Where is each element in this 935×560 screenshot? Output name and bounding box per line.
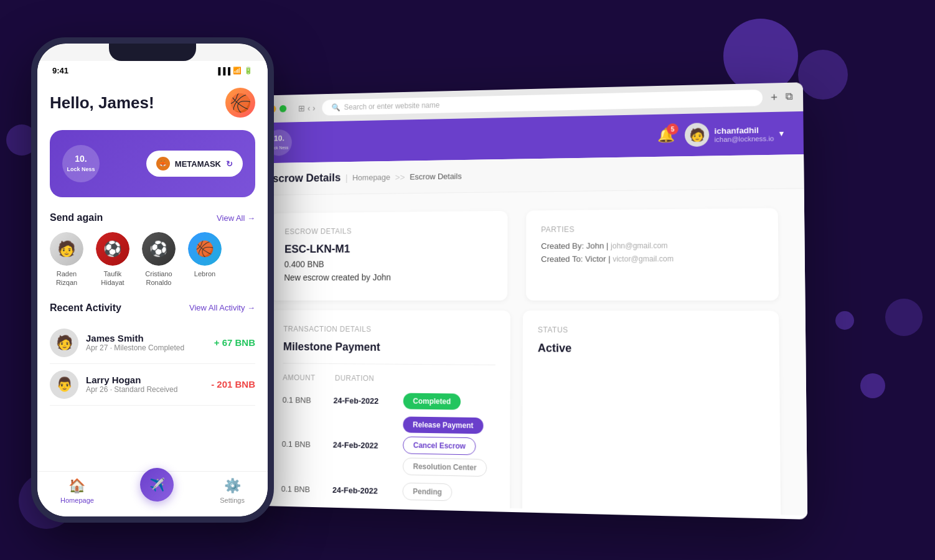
back-icon[interactable]: ‹ [308,103,311,113]
status-icons: ▐▐▐ 📶 🔋 [216,67,253,75]
address-bar[interactable]: 🔍 Search or enter website name [322,90,763,116]
chevron-down-icon: ▾ [779,128,784,138]
notification-badge: 5 [667,123,679,134]
user-avatar-phone[interactable]: 🏀 [225,88,255,118]
nav-settings-label: Settings [220,497,245,504]
contact-name-raden: RadenRizqan [56,269,77,287]
breadcrumb-sep-1: | [345,173,348,183]
settings-icon: ⚙️ [224,478,241,494]
contact-avatar-raden: 🧑 [50,232,83,266]
created-by: Created By: John | john@gmail.com [541,240,763,251]
status-section: Status Active [522,310,781,516]
activity-name-james: James Smith [86,333,207,343]
windows-icon[interactable]: ⧉ [786,90,793,104]
cancel-escrow-button[interactable]: Cancel Escrow [403,436,476,455]
tx-row-1: 0.1 BNB 24-Feb-2022 Completed [283,391,496,410]
activity-item-larry[interactable]: 👨 Larry Hogan Apr 26 · Standard Received… [50,364,255,406]
address-text: Search or enter website name [344,101,440,111]
forward-icon[interactable]: › [312,103,316,113]
contact-avatar-lebron: 🏀 [188,232,222,266]
activity-title: Recent Activity [50,302,121,314]
contact-taufik[interactable]: ⚽ TaufikHidayat [96,232,129,287]
send-again-view-all[interactable]: View All → [217,213,255,223]
nav-homepage[interactable]: 🏠 Homepage [60,478,94,504]
activity-avatar-larry: 👨 [50,370,78,399]
phone-notch [109,44,196,61]
divider [283,363,496,365]
greeting-text: Hello, James! [50,93,154,113]
sidebar-toggle-icon[interactable]: ⊞ [298,103,305,113]
breadcrumb-chevron: >> [395,172,405,182]
contact-raden[interactable]: 🧑 RadenRizqan [50,232,83,287]
main-content: Escrow Details ESC-LKN-M1 0.400 BNB New … [243,189,807,515]
breadcrumb-current: Escrow Details [410,172,462,182]
completed-button[interactable]: Completed [403,393,461,410]
activity-header: Recent Activity View All Activity → [50,302,255,314]
fab-send-button[interactable]: ✈️ [140,468,174,502]
contact-name-lebron: Lebron [194,269,215,278]
activity-date-james: Apr 27 · Milestone Completed [86,343,207,352]
activity-item-james[interactable]: 🧑 James Smith Apr 27 · Milestone Complet… [50,322,255,364]
escrow-amount: 0.400 BNB [284,258,493,269]
status-value: Active [538,342,764,357]
contact-name-cristiano: CristianoRonaldo [145,269,172,287]
search-icon: 🔍 [332,103,341,112]
tx-amount-2: 0.1 BNB [282,439,324,449]
metamask-label: METAMASK [175,159,221,169]
escrow-details-label: Escrow Details [284,226,492,236]
phone-screen: 9:41 ▐▐▐ 📶 🔋 Hello, James! 🏀 [37,44,268,516]
parties-label: Parties [541,223,763,234]
status-time: 9:41 [52,66,68,75]
user-info: ichanfadhil ichan@lockness.io [714,125,774,143]
resolution-center-button[interactable]: Resolution Center [403,457,487,477]
content-grid: Escrow Details ESC-LKN-M1 0.400 BNB New … [270,208,779,301]
activity-info-larry: Larry Hogan Apr 26 · Standard Received [86,375,204,394]
parties-section: Parties Created By: John | john@gmail.co… [526,208,779,301]
phone-header: Hello, James! 🏀 [50,88,255,118]
user-email: ichan@lockness.io [715,134,774,143]
status-bar: 9:41 ▐▐▐ 📶 🔋 [37,61,268,78]
phone-mockup: 9:41 ▐▐▐ 📶 🔋 Hello, James! 🏀 [31,37,274,523]
wifi-icon: 📶 [233,67,242,75]
nav-homepage-label: Homepage [60,497,94,504]
escrow-id: ESC-LKN-M1 [284,242,493,256]
activity-amount-larry: - 201 BNB [211,379,255,390]
wallet-card[interactable]: 10.Lock Ness 🦊 METAMASK ↻ [50,130,255,197]
activity-view-all[interactable]: View All Activity → [189,303,255,312]
user-name: ichanfadhil [714,125,774,136]
refresh-icon: ↻ [226,159,233,169]
user-profile[interactable]: 🧑 ichanfadhil ichan@lockness.io ▾ [685,121,784,147]
home-icon: 🏠 [68,478,85,494]
tx-date-1: 24-Feb-2022 [334,396,394,406]
activity-name-larry: Larry Hogan [86,375,204,385]
status-label: Status [538,325,763,335]
contact-avatar-taufik: ⚽ [96,232,129,266]
send-again-title: Send again [50,212,103,223]
navbar-right: 🔔 5 🧑 ichanfadhil ichan@lockness.io ▾ [657,121,784,147]
release-payment-button[interactable]: Release Payment [403,416,483,434]
transaction-details-section: Transaction Details Milestone Payment Am… [266,310,510,515]
maximize-dot[interactable] [280,105,286,113]
contact-name-taufik: TaufikHidayat [101,269,124,287]
bottom-nav: 🏠 Homepage ✈️ ⚙️ Settings [37,471,268,516]
metamask-button[interactable]: 🦊 METAMASK ↻ [146,151,243,177]
activity-avatar-james: 🧑 [50,329,78,357]
activity-date-larry: Apr 26 · Standard Received [86,385,204,394]
notification-bell[interactable]: 🔔 5 [657,127,675,144]
contact-cristiano[interactable]: ⚽ CristianoRonaldo [142,232,176,287]
phone-frame: 9:41 ▐▐▐ 📶 🔋 Hello, James! 🏀 [31,37,274,523]
duration-col-label: Duration [335,374,407,383]
contact-lebron[interactable]: 🏀 Lebron [188,232,222,287]
pending-button[interactable]: Pending [402,482,452,501]
browser-actions: + ⧉ [771,90,792,104]
bg-decoration-2 [798,50,848,100]
new-tab-icon[interactable]: + [771,91,778,104]
bg-decoration-7 [835,311,854,330]
amount-col-label: Amount [283,373,330,382]
breadcrumb-homepage[interactable]: Homepage [352,172,390,182]
battery-icon: 🔋 [244,67,253,75]
browser-body: 10.Lock Ness 🔔 5 🧑 ichanfadhil [243,111,807,516]
nav-settings[interactable]: ⚙️ Settings [220,478,245,504]
bg-decoration-4 [885,299,923,336]
contact-avatar-cristiano: ⚽ [142,232,176,266]
